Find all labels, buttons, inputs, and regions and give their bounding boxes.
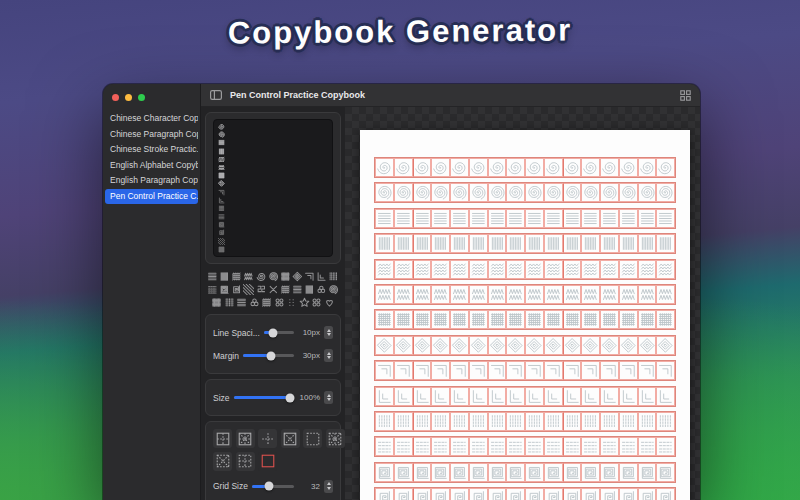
palette-pattern-colon_dots[interactable]: [286, 297, 297, 308]
grid-style-mi[interactable]: [236, 429, 255, 448]
palette-pattern-diamond[interactable]: [292, 271, 303, 282]
practice-cell: [506, 463, 525, 482]
practice-cell: [375, 336, 394, 355]
practice-cell: [525, 310, 544, 329]
practice-cell: [638, 336, 657, 355]
palette-pattern-corner_tr[interactable]: [304, 271, 315, 282]
sidebar: Chinese Character Cop...Chinese Paragrap…: [103, 84, 201, 500]
palette-pattern-h_lines[interactable]: [292, 284, 303, 295]
practice-cell: [394, 488, 413, 500]
practice-cell: [544, 183, 563, 202]
practice-cell: [469, 209, 488, 228]
margin-stepper[interactable]: [324, 349, 333, 362]
practice-cell: [506, 336, 525, 355]
margin-label: Margin: [213, 351, 239, 361]
grid-size-stepper[interactable]: [324, 480, 333, 493]
line-spacing-stepper[interactable]: [324, 326, 333, 339]
practice-cell: [563, 209, 582, 228]
sidebar-item[interactable]: Pen Control Practice C...: [105, 189, 198, 205]
palette-pattern-corner_bl[interactable]: [316, 271, 327, 282]
practice-cell: [638, 463, 657, 482]
palette-pattern-v_dash_cols[interactable]: [224, 297, 235, 308]
grid-style-tian_dots[interactable]: [236, 452, 255, 471]
size-stepper[interactable]: [324, 391, 333, 404]
grid-style-x_dots[interactable]: [213, 452, 232, 471]
practice-cell: [431, 158, 450, 177]
practice-cell: [413, 387, 432, 406]
practice-row-corner_tr: [374, 360, 676, 381]
sidebar-item[interactable]: English Alphabet Copyb...: [105, 158, 198, 174]
grid-style-mi_dots[interactable]: [326, 429, 345, 448]
palette-pattern-cross_x[interactable]: [268, 284, 279, 295]
palette-pattern-grid_fine[interactable]: [211, 297, 222, 308]
grid-size-slider[interactable]: [252, 485, 294, 488]
sidebar-toggle-icon[interactable]: [210, 90, 222, 100]
palette-pattern-eight_loops[interactable]: [274, 297, 285, 308]
palette-pattern-star[interactable]: [299, 297, 310, 308]
sidebar-item[interactable]: Chinese Character Cop...: [105, 111, 198, 127]
grid-style-tian[interactable]: [213, 429, 232, 448]
margin-slider-row: Margin 30px: [213, 344, 333, 367]
practice-cell: [506, 412, 525, 431]
palette-pattern-spiral_b[interactable]: [268, 271, 279, 282]
palette-pattern-v_dash_cols[interactable]: [328, 271, 339, 282]
palette-pattern-eight_loops[interactable]: [311, 297, 322, 308]
sequence-pattern-h_lines: [218, 139, 225, 146]
practice-cell: [431, 209, 450, 228]
practice-cell: [619, 209, 638, 228]
grid-style-blank-selected[interactable]: [258, 452, 277, 471]
practice-cell: [563, 285, 582, 304]
palette-pattern-spiral_b[interactable]: [328, 284, 339, 295]
practice-cell: [656, 310, 675, 329]
palette-pattern-arc_hooks[interactable]: [256, 284, 267, 295]
practice-cell: [581, 234, 600, 253]
practice-cell: [394, 158, 413, 177]
grid-preview-icon[interactable]: [680, 90, 691, 101]
grid-size-slider-row: Grid Size 32: [213, 475, 333, 498]
palette-pattern-sq_spiral_a[interactable]: [219, 284, 230, 295]
palette-pattern-spiral_a[interactable]: [256, 271, 267, 282]
palette-pattern-grid_fine[interactable]: [280, 271, 291, 282]
grid-style-cross_only[interactable]: [258, 429, 277, 448]
practice-cell: [375, 361, 394, 380]
practice-cell: [375, 183, 394, 202]
grid-style-dotted_box[interactable]: [303, 429, 322, 448]
palette-pattern-v_lines[interactable]: [219, 271, 230, 282]
close-button[interactable]: [112, 94, 119, 101]
palette-pattern-sq_spiral_b[interactable]: [231, 284, 242, 295]
margin-slider[interactable]: [243, 354, 294, 357]
sidebar-item[interactable]: Chinese Paragraph Cop...: [105, 127, 198, 143]
grid-style-x_diag[interactable]: [281, 429, 300, 448]
minimize-button[interactable]: [125, 94, 132, 101]
palette-pattern-h_lines[interactable]: [236, 297, 247, 308]
practice-cell: [450, 209, 469, 228]
palette-pattern-h_waves[interactable]: [231, 271, 242, 282]
palette-pattern-flower[interactable]: [316, 284, 327, 295]
pattern-sequence-editor[interactable]: [213, 119, 333, 257]
practice-cell: [656, 234, 675, 253]
size-label: Size: [213, 393, 230, 403]
practice-cell: [581, 437, 600, 456]
palette-pattern-flower[interactable]: [249, 297, 260, 308]
sidebar-item[interactable]: Chinese Stroke Practic...: [105, 142, 198, 158]
sequence-pattern-v_dash_cols: [218, 205, 225, 212]
practice-cell: [469, 361, 488, 380]
palette-pattern-v_lines[interactable]: [304, 284, 315, 295]
palette-pattern-h_waves[interactable]: [280, 284, 291, 295]
practice-cell: [656, 260, 675, 279]
size-slider[interactable]: [234, 396, 294, 399]
margin-value: 30px: [298, 351, 320, 360]
line-spacing-slider[interactable]: [264, 331, 294, 334]
palette-pattern-h_dash_lines[interactable]: [207, 284, 218, 295]
sidebar-item[interactable]: English Paragraph Copy...: [105, 173, 198, 189]
palette-pattern-diag_hatch[interactable]: [243, 284, 254, 295]
palette-pattern-h_waves[interactable]: [261, 297, 272, 308]
palette-pattern-heart[interactable]: [324, 297, 335, 308]
practice-cell: [488, 437, 507, 456]
content: Line Spaci... 10px Margin 30px Size: [201, 107, 700, 500]
palette-pattern-h_lines[interactable]: [207, 271, 218, 282]
practice-cell: [600, 209, 619, 228]
practice-cell: [544, 437, 563, 456]
zoom-button[interactable]: [138, 94, 145, 101]
palette-pattern-v_zigzag[interactable]: [243, 271, 254, 282]
